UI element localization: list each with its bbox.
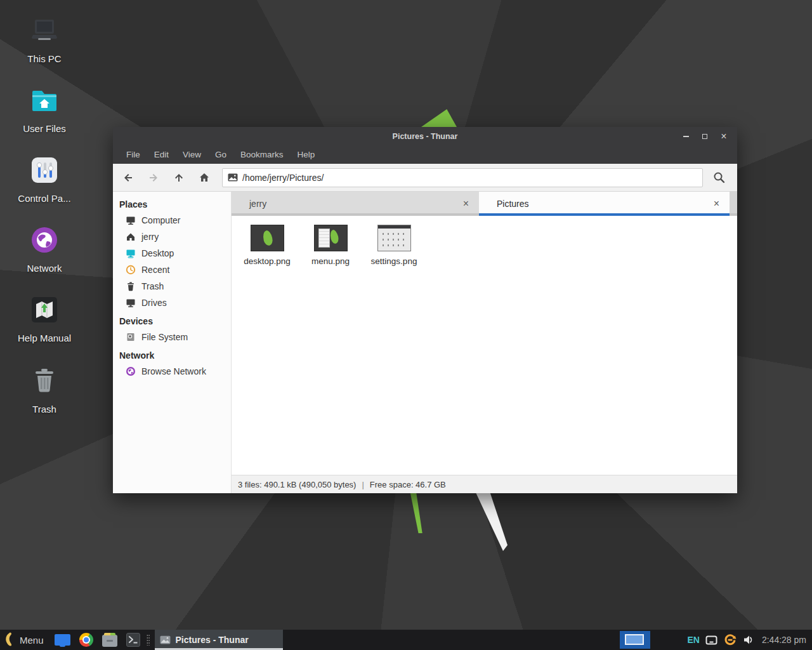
wallpaper-green-sliver (410, 493, 431, 533)
network-globe-icon (126, 366, 136, 376)
desktop-icon-network[interactable]: Network (14, 225, 75, 274)
chrome-icon (79, 633, 93, 647)
clock[interactable]: 2:44:28 pm (762, 635, 806, 645)
updates-icon[interactable] (723, 633, 737, 647)
image-thumbnail (251, 225, 284, 251)
minimize-button[interactable] (676, 127, 695, 146)
drives-icon (126, 298, 136, 308)
status-free-space: Free space: 46.7 GB (370, 480, 446, 489)
menu-edit[interactable]: Edit (147, 146, 176, 164)
file-settings-png[interactable]: settings.png (362, 222, 426, 269)
desktop-icon-control-panel[interactable]: Control Pa... (14, 155, 75, 204)
status-separator: | (362, 480, 363, 489)
system-tray: EN 2:44:28 pm (687, 633, 812, 647)
desktop-icon-label: Network (14, 263, 75, 274)
pager-window-preview (625, 634, 644, 645)
image-thumbnail (377, 225, 411, 251)
sidebar-header-devices: Devices (113, 311, 231, 329)
desktop-icon-label: Control Pa... (14, 193, 75, 204)
desktop-monitor-icon (126, 248, 136, 258)
panel-separator (147, 634, 150, 646)
menu-view[interactable]: View (176, 146, 208, 164)
sidebar-item-file-system[interactable]: File System (113, 329, 231, 345)
chrome-launcher[interactable] (79, 633, 93, 647)
task-image-icon (160, 635, 171, 644)
back-button[interactable] (115, 166, 141, 189)
menu-logo-icon[interactable] (4, 632, 15, 647)
sidebar: Places Computer jerry (113, 192, 232, 493)
menu-help[interactable]: Help (291, 146, 322, 164)
sidebar-item-computer[interactable]: Computer (113, 212, 231, 229)
window-title: Pictures - Thunar (113, 132, 737, 141)
search-button[interactable] (707, 166, 732, 189)
forward-button[interactable] (141, 166, 166, 189)
menu-go[interactable]: Go (208, 146, 233, 164)
desktop-icon-label: This PC (14, 53, 75, 64)
desktop-icon-this-pc[interactable]: This PC (14, 15, 75, 64)
tab-close-icon[interactable]: × (462, 198, 470, 209)
thunar-window: Pictures - Thunar × File Edit View Go Bo… (113, 127, 737, 493)
status-bar: 3 files: 490.1 kB (490,050 bytes) | Free… (232, 475, 737, 493)
path-text: /home/jerry/Pictures/ (242, 173, 324, 183)
wallpaper-green-triangle (421, 109, 457, 127)
window-controls: × (676, 127, 733, 146)
tab-pictures[interactable]: Pictures × (479, 192, 730, 216)
sidebar-header-places: Places (113, 194, 231, 212)
titlebar[interactable]: Pictures - Thunar × (113, 127, 737, 146)
file-manager-launcher[interactable] (102, 633, 117, 647)
terminal-launcher[interactable] (126, 633, 140, 647)
home-button[interactable] (192, 166, 217, 189)
laptop-icon (14, 15, 75, 46)
keyboard-icon[interactable] (705, 635, 717, 645)
maximize-button[interactable] (695, 127, 714, 146)
sidebar-item-recent[interactable]: Recent (113, 262, 231, 278)
workspace-pager[interactable] (620, 631, 650, 649)
window-body: Places Computer jerry (113, 192, 737, 493)
keyboard-layout-indicator[interactable]: EN (687, 635, 699, 645)
taskbar-window-button[interactable]: Pictures - Thunar (155, 630, 283, 650)
tab-close-icon[interactable]: × (712, 198, 721, 209)
sidebar-item-trash[interactable]: Trash (113, 278, 231, 295)
sidebar-header-network: Network (113, 345, 231, 363)
home-folder-icon (14, 85, 75, 116)
desktop-icon-label: Help Manual (14, 333, 75, 343)
menu-file[interactable]: File (119, 146, 147, 164)
close-button[interactable]: × (714, 127, 733, 146)
sidebar-item-desktop[interactable]: Desktop (113, 245, 231, 262)
path-field[interactable]: /home/jerry/Pictures/ (222, 168, 703, 187)
manual-map-icon (14, 295, 75, 325)
content-pane: jerry × Pictures × desktop.png (232, 192, 737, 493)
image-icon (228, 173, 238, 182)
show-desktop-button[interactable] (55, 634, 70, 646)
toolbar: /home/jerry/Pictures/ (113, 164, 737, 192)
desktop-icon-user-files[interactable]: User Files (14, 85, 75, 134)
wallpaper-white-blade (476, 493, 508, 551)
desktop: This PC User Files Control Pa... Network… (0, 0, 812, 650)
menu-button[interactable]: Menu (20, 635, 44, 646)
file-desktop-png[interactable]: desktop.png (235, 222, 299, 269)
computer-icon (126, 215, 136, 225)
image-thumbnail (314, 225, 348, 251)
menu-bookmarks[interactable]: Bookmarks (233, 146, 291, 164)
sidebar-item-browse-network[interactable]: Browse Network (113, 363, 231, 380)
volume-icon[interactable] (743, 635, 754, 645)
tab-jerry[interactable]: jerry × (232, 192, 479, 216)
globe-icon (14, 225, 75, 255)
task-label: Pictures - Thunar (176, 635, 249, 645)
menubar: File Edit View Go Bookmarks Help (113, 146, 737, 164)
sidebar-item-drives[interactable]: Drives (113, 295, 231, 311)
terminal-icon (126, 633, 140, 647)
file-menu-png[interactable]: menu.png (299, 222, 362, 269)
tab-bar: jerry × Pictures × (232, 192, 737, 216)
up-button[interactable] (166, 166, 192, 189)
tab-bar-filler (730, 192, 737, 216)
taskbar: Menu Pictures - Thunar EN (0, 630, 812, 650)
file-cabinet-icon (102, 635, 117, 647)
file-view[interactable]: desktop.png menu.png settings.png (232, 216, 737, 475)
desktop-icon-help-manual[interactable]: Help Manual (14, 295, 75, 343)
sidebar-item-home[interactable]: jerry (113, 229, 231, 245)
home-icon (126, 232, 136, 242)
desktop-icon-trash[interactable]: Trash (14, 366, 75, 415)
status-files-info: 3 files: 490.1 kB (490,050 bytes) (238, 480, 356, 489)
desktop-icon-label: Trash (14, 404, 75, 415)
